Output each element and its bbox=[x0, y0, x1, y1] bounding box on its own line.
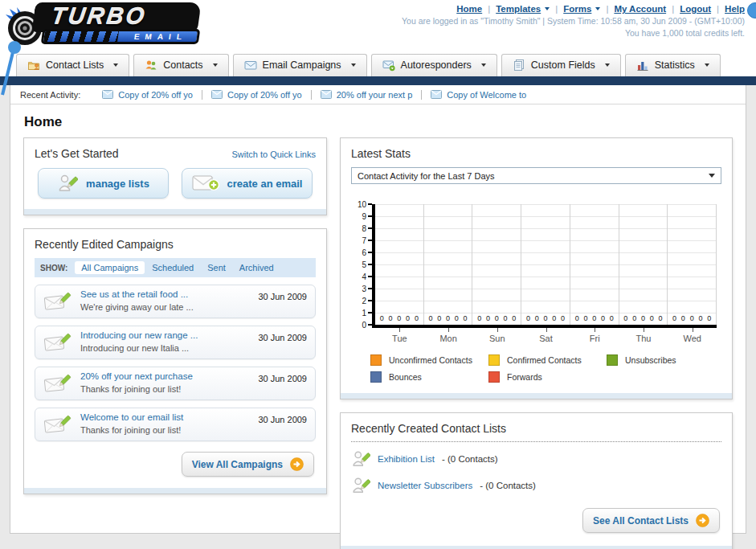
campaign-filter-archived[interactable]: Archived bbox=[239, 263, 274, 272]
x-label-thu: Thu bbox=[619, 328, 668, 343]
campaign-title-link[interactable]: 20% off your next purchase bbox=[80, 371, 250, 381]
manage-lists-button[interactable]: manage lists bbox=[38, 168, 169, 199]
top-link-templates[interactable]: Templates bbox=[482, 4, 550, 14]
main-tab-custom-fields[interactable]: Custom Fields bbox=[501, 54, 621, 76]
zero-value-label: 0 bbox=[406, 314, 410, 322]
view-all-campaigns-button[interactable]: View All Campaigns bbox=[182, 452, 314, 477]
recent-activity-item-copy-of-20-off-yo[interactable]: Copy of 20% off yo bbox=[202, 90, 312, 100]
campaign-title-link[interactable]: See us at the retail food ... bbox=[80, 289, 250, 299]
create-email-button[interactable]: create an email bbox=[182, 168, 313, 199]
caret-down-icon bbox=[213, 64, 218, 67]
main-tab-autoresponders[interactable]: Autoresponders bbox=[371, 54, 497, 76]
value-labels-sun: 00000 bbox=[472, 314, 521, 322]
person-pencil-icon bbox=[351, 449, 370, 469]
show-label: SHOW: bbox=[40, 264, 67, 272]
envelope-pencil-icon bbox=[43, 290, 72, 313]
zero-value-label: 0 bbox=[437, 314, 441, 322]
chart-day-column-thu: 00000 bbox=[619, 204, 668, 325]
recent-contact-lists-panel: Recently Created Contact Lists Exhibitio… bbox=[340, 412, 733, 549]
turbo-email-logo[interactable]: TURBO EMAIL bbox=[5, 2, 199, 47]
top-links-list: Home Templates Forms My Account Logout H… bbox=[402, 4, 745, 14]
chart-legend: Unconfirmed Contacts Confirmed Contacts … bbox=[370, 354, 721, 383]
zero-value-label: 0 bbox=[446, 314, 450, 322]
x-label-sat: Sat bbox=[521, 328, 570, 343]
campaign-item-introducing-our-new-range[interactable]: Introducing our new range ... Introducin… bbox=[35, 326, 316, 359]
campaign-title-link[interactable]: Welcome to our email list bbox=[80, 412, 250, 422]
campaign-date: 30 Jun 2009 bbox=[258, 374, 307, 383]
y-tick-3: 3 bbox=[353, 285, 372, 293]
recent-activity-item-20-off-your-next-p[interactable]: 20% off your next p bbox=[312, 90, 423, 100]
main-tab-contact-lists[interactable]: Contact Lists bbox=[16, 54, 129, 76]
campaign-date: 30 Jun 2009 bbox=[258, 333, 307, 342]
campaign-item-see-us-at-the-retail-food[interactable]: See us at the retail food ... We're givi… bbox=[35, 285, 316, 318]
contact-list-name-link[interactable]: Newsletter Subscribers bbox=[378, 481, 472, 490]
campaign-item-welcome-to-our-email-list[interactable]: Welcome to our email list Thanks for joi… bbox=[35, 408, 316, 441]
contact-list-name-link[interactable]: Exhibition List bbox=[378, 454, 435, 464]
zero-value-label: 0 bbox=[561, 314, 565, 322]
recent-activity-label: Recent Activity: bbox=[20, 90, 80, 100]
zero-value-label: 0 bbox=[526, 314, 530, 322]
legend-swatch bbox=[607, 354, 618, 366]
legend-swatch bbox=[370, 354, 382, 366]
campaign-filter-sent[interactable]: Sent bbox=[207, 263, 226, 272]
recent-activity-item-copy-of-20-off-yo[interactable]: Copy of 20% off yo bbox=[93, 90, 202, 100]
contact-list-item-exhibition-list[interactable]: Exhibition List - (0 Contacts) bbox=[351, 449, 721, 469]
x-label-wed: Wed bbox=[668, 328, 717, 343]
y-tick-8: 8 bbox=[353, 224, 372, 232]
zero-value-label: 0 bbox=[601, 314, 605, 322]
chart-day-column-tue: 00000 bbox=[375, 204, 424, 325]
envelope-pencil-icon bbox=[43, 413, 72, 436]
tab-icon bbox=[636, 59, 649, 72]
caret-down-icon bbox=[351, 64, 356, 67]
top-link-logout[interactable]: Logout bbox=[666, 4, 711, 14]
zero-value-label: 0 bbox=[641, 314, 645, 322]
stats-period-select[interactable]: Contact Activity for the Last 7 Days bbox=[351, 167, 721, 184]
top-link-forms[interactable]: Forms bbox=[550, 4, 600, 14]
main-tab-email-campaigns[interactable]: Email Campaigns bbox=[233, 54, 367, 76]
zero-value-label: 0 bbox=[707, 314, 711, 322]
panel-footer-strip bbox=[24, 488, 326, 494]
recent-activity-item-copy-of-welcome-to[interactable]: Copy of Welcome to bbox=[422, 90, 535, 100]
logo-email-banner: EMAIL bbox=[41, 29, 201, 44]
y-tick-10: 10 bbox=[353, 200, 372, 208]
person-pencil-icon bbox=[57, 173, 78, 194]
legend-swatch bbox=[370, 371, 382, 383]
zero-value-label: 0 bbox=[535, 314, 539, 322]
switch-quick-links-link[interactable]: Switch to Quick Links bbox=[231, 150, 316, 159]
legend-swatch bbox=[488, 371, 500, 383]
caret-down-icon bbox=[605, 64, 610, 67]
arrow-circle-icon bbox=[696, 514, 709, 527]
envelope-icon bbox=[211, 90, 223, 99]
main-tab-contacts[interactable]: Contacts bbox=[133, 54, 228, 76]
campaign-item-20-off-your-next-purchase[interactable]: 20% off your next purchase Thanks for jo… bbox=[35, 367, 316, 400]
panel-footer-strip bbox=[341, 393, 732, 399]
caret-down-icon bbox=[705, 64, 709, 67]
campaign-filter-scheduled[interactable]: Scheduled bbox=[152, 263, 194, 272]
value-labels-thu: 00000 bbox=[619, 314, 668, 322]
main-tab-statistics[interactable]: Statistics bbox=[625, 54, 721, 76]
top-link-home[interactable]: Home bbox=[456, 4, 482, 14]
zero-value-label: 0 bbox=[650, 314, 654, 322]
logo-turbo-text: TURBO bbox=[31, 2, 201, 32]
page-header: TURBO EMAIL Home Templates Forms My Acco… bbox=[0, 0, 756, 50]
value-labels-tue: 00000 bbox=[375, 314, 423, 322]
envelope-pencil-icon bbox=[43, 372, 72, 395]
tab-icon bbox=[382, 59, 395, 72]
contact-list-item-newsletter-subscribers[interactable]: Newsletter Subscribers - (0 Contacts) bbox=[351, 476, 721, 495]
logo-email-text: EMAIL bbox=[133, 32, 188, 41]
caret-down-icon bbox=[481, 64, 486, 67]
arrow-circle-icon bbox=[290, 457, 304, 471]
legend-item-confirmed-contacts: Confirmed Contacts bbox=[488, 354, 603, 366]
top-link-help[interactable]: Help bbox=[711, 4, 745, 14]
main-content: Recent Activity: Copy of 20% off yo Copy… bbox=[10, 85, 746, 534]
campaign-title-link[interactable]: Introducing our new range ... bbox=[80, 330, 250, 340]
zero-value-label: 0 bbox=[698, 314, 702, 322]
panel-footer-strip bbox=[24, 209, 326, 215]
campaign-filter-all-campaigns[interactable]: All Campaigns bbox=[75, 261, 145, 274]
see-all-contact-lists-button[interactable]: See All Contact Lists bbox=[582, 508, 720, 533]
latest-stats-title: Latest Stats bbox=[351, 147, 721, 160]
chart-plot-area: 00000000000000000000000000000000000 bbox=[372, 204, 717, 328]
zero-value-label: 0 bbox=[495, 314, 499, 322]
top-link-my-account[interactable]: My Account bbox=[600, 4, 666, 14]
zero-value-label: 0 bbox=[543, 314, 547, 322]
